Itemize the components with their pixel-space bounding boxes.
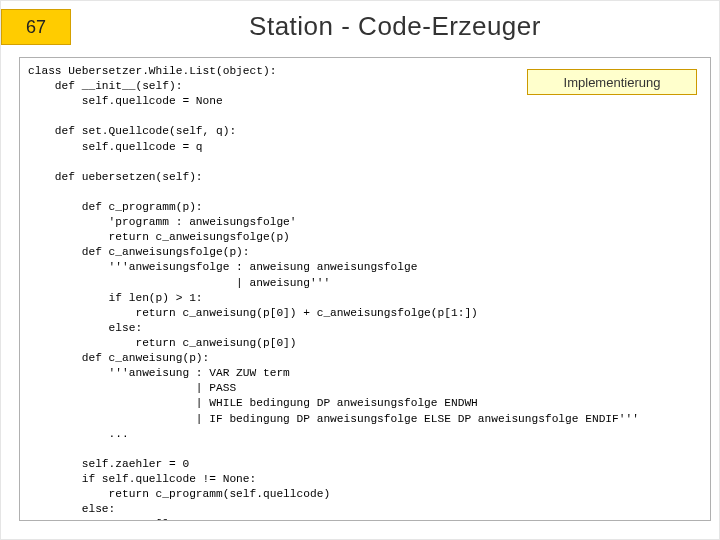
slide-number-text: 67	[26, 17, 46, 38]
implementation-callout: Implementierung	[527, 69, 697, 95]
code-container: class Uebersetzer.While.List(object): de…	[19, 57, 711, 521]
callout-label: Implementierung	[564, 75, 661, 90]
slide: 67 Station - Code-Erzeuger class Ueberse…	[0, 0, 720, 540]
slide-number-badge: 67	[1, 9, 71, 45]
code-block: class Uebersetzer.While.List(object): de…	[28, 64, 702, 521]
slide-header: 67 Station - Code-Erzeuger	[1, 1, 719, 51]
slide-title: Station - Code-Erzeuger	[71, 11, 719, 42]
